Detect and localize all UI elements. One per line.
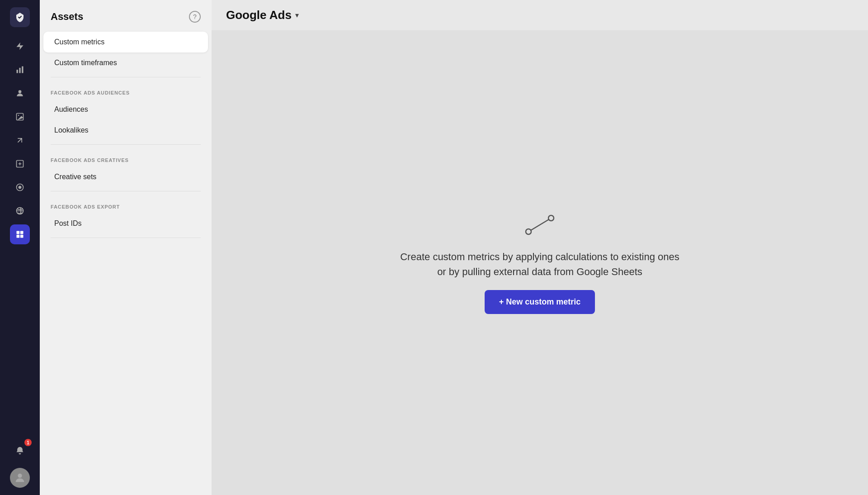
icon-rail: 1: [0, 0, 40, 495]
zap-nav-icon[interactable]: [10, 177, 30, 197]
svg-point-14: [18, 474, 22, 478]
sidebar-item-audiences[interactable]: Audiences: [43, 99, 208, 120]
section-label-audiences: FACEBOOK ADS AUDIENCES: [40, 81, 212, 99]
app-logo[interactable]: [10, 7, 30, 27]
sidebar-title: Assets: [51, 11, 83, 23]
globe-nav-icon[interactable]: [10, 201, 30, 221]
user-avatar[interactable]: [10, 468, 30, 488]
sidebar-item-custom-timeframes[interactable]: Custom timeframes: [43, 52, 208, 73]
new-custom-metric-button[interactable]: + New custom metric: [485, 290, 595, 314]
svg-rect-0: [17, 70, 18, 73]
chevron-down-icon: ▾: [295, 11, 299, 19]
empty-state-text: Create custom metrics by applying calcul…: [400, 249, 679, 279]
svg-point-5: [18, 115, 19, 116]
account-title: Google Ads: [226, 8, 292, 22]
svg-rect-1: [19, 68, 20, 73]
metrics-illustration-icon: [522, 211, 558, 238]
section-label-export: FACEBOOK ADS EXPORT: [40, 195, 212, 213]
flash-nav-icon[interactable]: [10, 36, 30, 56]
image-nav-icon[interactable]: [10, 107, 30, 127]
help-button[interactable]: ?: [189, 11, 201, 23]
divider-1: [51, 77, 201, 77]
sidebar-item-creative-sets[interactable]: Creative sets: [43, 167, 208, 187]
arrow-nav-icon[interactable]: [10, 130, 30, 150]
svg-point-3: [19, 90, 22, 93]
main-header: Google Ads ▾: [212, 0, 868, 30]
sidebar: Assets ? Custom metrics Custom timeframe…: [40, 0, 212, 495]
notification-badge: 1: [24, 439, 32, 446]
empty-state: Create custom metrics by applying calcul…: [212, 30, 868, 495]
sidebar-item-custom-metrics[interactable]: Custom metrics: [43, 32, 208, 52]
svg-rect-12: [17, 235, 20, 238]
svg-rect-13: [20, 235, 24, 238]
grid-nav-icon[interactable]: [10, 224, 30, 244]
account-selector[interactable]: Google Ads ▾: [226, 8, 299, 22]
divider-3: [51, 191, 201, 191]
chart-nav-icon[interactable]: [10, 60, 30, 80]
plus-nav-icon[interactable]: [10, 154, 30, 174]
svg-rect-10: [17, 231, 20, 234]
sidebar-item-lookalikes[interactable]: Lookalikes: [43, 120, 208, 141]
svg-point-16: [548, 215, 554, 221]
sidebar-item-post-ids[interactable]: Post IDs: [43, 213, 208, 234]
main-content: Google Ads ▾ Create custom metrics by ap…: [212, 0, 868, 495]
svg-rect-2: [22, 67, 23, 73]
divider-2: [51, 144, 201, 145]
notification-bell[interactable]: 1: [10, 441, 30, 461]
divider-4: [51, 238, 201, 238]
svg-rect-11: [20, 231, 24, 234]
svg-point-8: [19, 186, 22, 189]
svg-line-17: [531, 219, 549, 230]
svg-point-15: [526, 229, 531, 234]
section-label-creatives: FACEBOOK ADS CREATIVES: [40, 148, 212, 167]
person-nav-icon[interactable]: [10, 83, 30, 103]
